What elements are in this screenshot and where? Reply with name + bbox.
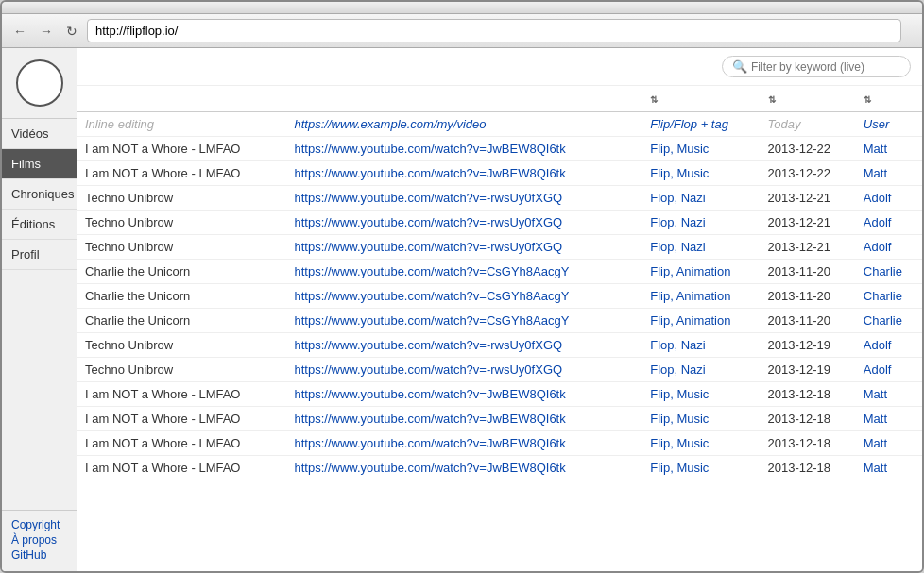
row-tag[interactable]: Flop, Nazi [642, 333, 760, 358]
sidebar: VidéosFilmsChroniquesÉditionsProfil Copy… [2, 48, 77, 571]
row-sharer[interactable]: Adolf [856, 186, 922, 211]
row-tag[interactable]: Flip, Music [642, 137, 760, 161]
row-titre: I am NOT a Whore - LMFAO [77, 456, 287, 480]
row-lien[interactable]: https://www.youtube.com/watch?v=-rwsUy0f… [287, 333, 643, 358]
sharer-sort-icon: ⇅ [864, 94, 871, 105]
sidebar-item-profil[interactable]: Profil [2, 240, 77, 270]
inline-tag[interactable]: Flip/Flop + tag [642, 112, 760, 137]
menu-button[interactable] [907, 29, 915, 33]
row-titre: I am NOT a Whore - LMFAO [77, 137, 287, 161]
row-tag[interactable]: Flip, Animation [642, 309, 760, 333]
tag-sort-icon: ⇅ [650, 94, 658, 105]
row-tag[interactable]: Flop, Nazi [642, 186, 760, 211]
row-titre: Techno Unibrow [77, 333, 287, 358]
row-sharer[interactable]: Matt [856, 161, 922, 186]
table-row: Techno Unibrow https://www.youtube.com/w… [77, 186, 922, 211]
row-titre: I am NOT a Whore - LMFAO [77, 161, 287, 186]
row-date: 2013-11-20 [761, 309, 856, 333]
sidebar-item-films[interactable]: Films [2, 149, 77, 179]
table-row: I am NOT a Whore - LMFAO https://www.you… [77, 431, 922, 456]
row-tag[interactable]: Flip, Music [642, 431, 760, 456]
row-titre: Techno Unibrow [77, 235, 287, 260]
row-titre: Charlie the Unicorn [77, 284, 287, 309]
filter-wrap: 🔍 [722, 56, 911, 77]
row-lien[interactable]: https://www.youtube.com/watch?v=JwBEW8QI… [287, 161, 643, 186]
row-sharer[interactable]: Matt [856, 407, 922, 431]
row-titre: I am NOT a Whore - LMFAO [77, 407, 287, 431]
row-date: 2013-12-22 [761, 161, 856, 186]
col-sharer[interactable]: ⇅ [856, 86, 922, 112]
inline-sharer[interactable]: User [856, 112, 922, 137]
date-sort-icon: ⇅ [768, 94, 776, 105]
row-tag[interactable]: Flip, Music [642, 382, 760, 407]
row-tag[interactable]: Flop, Nazi [642, 235, 760, 260]
sidebar-footer-apropos[interactable]: À propos [11, 533, 67, 547]
row-date: 2013-11-20 [761, 260, 856, 284]
table-wrap[interactable]: ⇅ ⇅ ⇅ Inline editing https://www.example… [77, 86, 922, 571]
row-lien[interactable]: https://www.youtube.com/watch?v=-rwsUy0f… [287, 186, 643, 211]
row-sharer[interactable]: Charlie [856, 260, 922, 284]
row-sharer[interactable]: Charlie [856, 284, 922, 309]
table-row: Techno Unibrow https://www.youtube.com/w… [77, 358, 922, 382]
forward-button[interactable]: → [36, 22, 57, 41]
inline-lien[interactable]: https://www.example.com/my/video [287, 112, 643, 137]
back-button[interactable]: ← [9, 22, 30, 41]
row-lien[interactable]: https://www.youtube.com/watch?v=JwBEW8QI… [287, 382, 643, 407]
table-row: I am NOT a Whore - LMFAO https://www.you… [77, 137, 922, 161]
row-sharer[interactable]: Adolf [856, 333, 922, 358]
sidebar-footer-copyright[interactable]: Copyright [11, 518, 67, 531]
row-lien[interactable]: https://www.youtube.com/watch?v=JwBEW8QI… [287, 456, 643, 480]
row-lien[interactable]: https://www.youtube.com/watch?v=JwBEW8QI… [287, 431, 643, 456]
row-sharer[interactable]: Charlie [856, 309, 922, 333]
url-bar[interactable] [87, 19, 901, 42]
row-tag[interactable]: Flip, Music [642, 161, 760, 186]
row-lien[interactable]: https://www.youtube.com/watch?v=JwBEW8QI… [287, 407, 643, 431]
row-lien[interactable]: https://www.youtube.com/watch?v=CsGYh8Aa… [287, 260, 643, 284]
col-date[interactable]: ⇅ [761, 86, 856, 112]
table-row: Techno Unibrow https://www.youtube.com/w… [77, 333, 922, 358]
row-lien[interactable]: https://www.youtube.com/watch?v=JwBEW8QI… [287, 137, 643, 161]
row-date: 2013-12-21 [761, 211, 856, 235]
nav-bar: ← → ↻ [2, 14, 922, 48]
row-sharer[interactable]: Adolf [856, 211, 922, 235]
row-lien[interactable]: https://www.youtube.com/watch?v=-rwsUy0f… [287, 235, 643, 260]
row-sharer[interactable]: Adolf [856, 358, 922, 382]
col-titre [77, 86, 287, 112]
row-tag[interactable]: Flop, Nazi [642, 211, 760, 235]
row-date: 2013-12-21 [761, 235, 856, 260]
row-tag[interactable]: Flop, Nazi [642, 358, 760, 382]
row-sharer[interactable]: Matt [856, 382, 922, 407]
col-tag[interactable]: ⇅ [642, 86, 760, 112]
inline-edit-row: Inline editing https://www.example.com/m… [77, 112, 922, 137]
filter-input[interactable] [751, 60, 900, 74]
row-lien[interactable]: https://www.youtube.com/watch?v=CsGYh8Aa… [287, 309, 643, 333]
row-sharer[interactable]: Adolf [856, 235, 922, 260]
sidebar-footer-github[interactable]: GitHub [11, 548, 67, 562]
row-date: 2013-12-19 [761, 358, 856, 382]
row-tag[interactable]: Flip, Animation [642, 260, 760, 284]
row-sharer[interactable]: Matt [856, 456, 922, 480]
row-lien[interactable]: https://www.youtube.com/watch?v=-rwsUy0f… [287, 211, 643, 235]
sidebar-item-videos[interactable]: Vidéos [2, 119, 77, 149]
row-titre: I am NOT a Whore - LMFAO [77, 431, 287, 456]
row-date: 2013-11-20 [761, 284, 856, 309]
row-date: 2013-12-18 [761, 431, 856, 456]
row-date: 2013-12-22 [761, 137, 856, 161]
row-lien[interactable]: https://www.youtube.com/watch?v=-rwsUy0f… [287, 358, 643, 382]
sidebar-item-editions[interactable]: Éditions [2, 210, 77, 240]
reload-button[interactable]: ↻ [62, 22, 81, 41]
sidebar-nav: VidéosFilmsChroniquesÉditionsProfil [2, 119, 77, 510]
logo-area [2, 48, 77, 119]
table-row: I am NOT a Whore - LMFAO https://www.you… [77, 456, 922, 480]
row-tag[interactable]: Flip, Music [642, 407, 760, 431]
sidebar-item-chroniques[interactable]: Chroniques [2, 179, 77, 210]
row-sharer[interactable]: Matt [856, 137, 922, 161]
row-date: 2013-12-19 [761, 333, 856, 358]
table-row: Techno Unibrow https://www.youtube.com/w… [77, 211, 922, 235]
row-sharer[interactable]: Matt [856, 431, 922, 456]
row-lien[interactable]: https://www.youtube.com/watch?v=CsGYh8Aa… [287, 284, 643, 309]
sidebar-footer: CopyrightÀ proposGitHub [2, 510, 77, 571]
row-tag[interactable]: Flip, Music [642, 456, 760, 480]
row-tag[interactable]: Flip, Animation [642, 284, 760, 309]
row-titre: Charlie the Unicorn [77, 309, 287, 333]
